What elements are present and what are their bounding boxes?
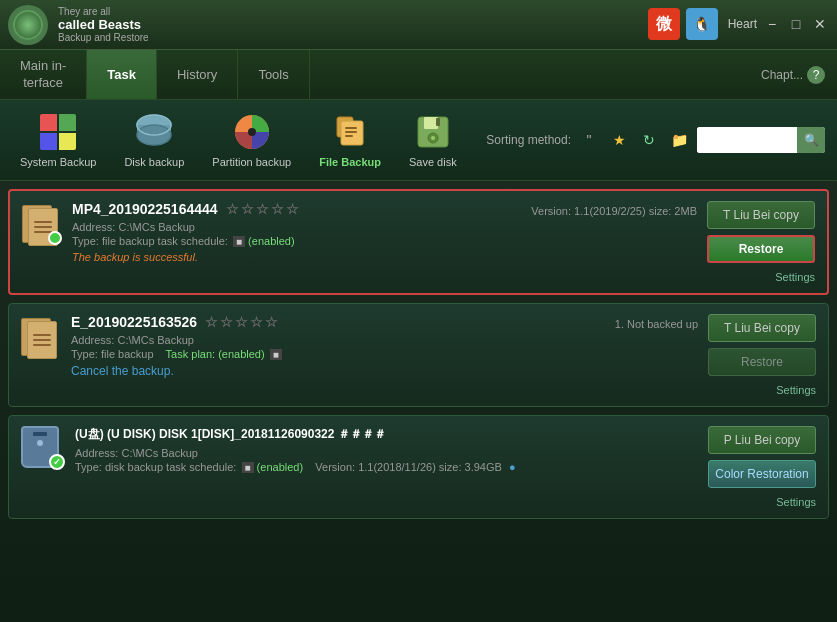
item2-type-row: Type: file backup Task plan: (enabled) ■ [71, 348, 696, 360]
toolbar: System Backup Disk backup Partition back… [0, 100, 837, 181]
svg-point-15 [431, 136, 435, 140]
item2-copy-button[interactable]: T Liu Bei copy [708, 314, 816, 342]
svg-rect-8 [345, 127, 357, 129]
item3-check-overlay: ✓ [49, 454, 65, 470]
maximize-button[interactable]: □ [787, 15, 805, 33]
partition-backup-label: Partition backup [212, 156, 291, 168]
nav-tools-label: Tools [258, 67, 288, 82]
item3-copy-button[interactable]: P Liu Bei copy [708, 426, 816, 454]
item1-status: The backup is successful. [72, 251, 695, 263]
app-logo-inner [13, 10, 43, 40]
app-logo [8, 5, 48, 45]
app-title-block: They are all called Beasts Backup and Re… [58, 6, 149, 43]
star4[interactable]: ☆ [271, 201, 284, 217]
partition-backup-button[interactable]: Partition backup [204, 108, 299, 172]
item2-cancel[interactable]: Cancel the backup. [71, 364, 696, 378]
sort-folder-button[interactable]: 📁 [667, 128, 691, 152]
item2-not-backed: 1. Not backed up [615, 318, 698, 330]
system-backup-button[interactable]: System Backup [12, 108, 104, 172]
system-backup-label: System Backup [20, 156, 96, 168]
heart-label: Heart [728, 17, 757, 31]
partition-backup-icon [232, 112, 272, 152]
nav-chapter-label: Chapt... [761, 68, 803, 82]
i2star4[interactable]: ☆ [250, 314, 263, 330]
item1-version: Version: 1.1(2019/2/25) size: 2MB [531, 205, 697, 217]
sort-label: Sorting method: [486, 133, 571, 147]
sort-refresh-button[interactable]: ↻ [637, 128, 661, 152]
search-input[interactable] [697, 127, 797, 153]
item1-type-row: Type: file backup task schedule: ■ (enab… [72, 235, 695, 247]
item2-name-row: E_20190225163526 ☆ ☆ ☆ ☆ ☆ [71, 314, 696, 330]
item2-icon [21, 318, 61, 358]
nav-history[interactable]: History [157, 50, 238, 99]
titlebar-right: 微 🐧 Heart − □ ✕ [648, 8, 829, 40]
minimize-button[interactable]: − [763, 15, 781, 33]
item2-stars[interactable]: ☆ ☆ ☆ ☆ ☆ [205, 314, 278, 330]
content-area: MP4_20190225164444 ☆ ☆ ☆ ☆ ☆ Address: C:… [0, 181, 837, 622]
item3-actions: P Liu Bei copy Color Restoration Setting… [706, 426, 816, 508]
star3[interactable]: ☆ [256, 201, 269, 217]
item2-settings-link[interactable]: Settings [776, 384, 816, 396]
item1-icon [22, 205, 62, 245]
app-title: called Beasts [58, 17, 149, 32]
item1-address: Address: C:\MCs Backup [72, 221, 695, 233]
item3-settings-link[interactable]: Settings [776, 496, 816, 508]
star1[interactable]: ☆ [226, 201, 239, 217]
i2star2[interactable]: ☆ [220, 314, 233, 330]
search-button[interactable]: 🔍 [797, 127, 825, 153]
svg-rect-9 [345, 131, 357, 133]
item3-name: (U盘) (U DISK) DISK 1[DISK]_2018112609032… [75, 426, 386, 443]
nav-main-interface[interactable]: Main in- terface [0, 50, 87, 99]
item1-stars[interactable]: ☆ ☆ ☆ ☆ ☆ [226, 201, 299, 217]
item1-status-dot [48, 231, 62, 245]
nav-tools[interactable]: Tools [238, 50, 309, 99]
file-backup-button[interactable]: File Backup [311, 108, 389, 172]
app-subtitle: They are all [58, 6, 149, 17]
close-button[interactable]: ✕ [811, 15, 829, 33]
disk-backup-label: Disk backup [124, 156, 184, 168]
item3-address: Address: C:\MCs Backup [75, 447, 696, 459]
help-icon: ? [807, 66, 825, 84]
i2star3[interactable]: ☆ [235, 314, 248, 330]
search-box: 🔍 [697, 127, 825, 153]
system-backup-icon [38, 112, 78, 152]
svg-rect-10 [345, 135, 353, 137]
svg-rect-13 [436, 118, 440, 126]
app-tagline: Backup and Restore [58, 32, 149, 43]
svg-point-5 [248, 128, 256, 136]
navbar: Main in- terface Task History Tools Chap… [0, 50, 837, 100]
save-disk-button[interactable]: Save disk [401, 108, 465, 172]
item1-name: MP4_20190225164444 [72, 201, 218, 217]
save-disk-label: Save disk [409, 156, 457, 168]
item1-settings-link[interactable]: Settings [775, 271, 815, 283]
i2star1[interactable]: ☆ [205, 314, 218, 330]
weibo-icon[interactable]: 微 [648, 8, 680, 40]
star5[interactable]: ☆ [286, 201, 299, 217]
sort-quote-button[interactable]: " [577, 128, 601, 152]
item2-info: E_20190225163526 ☆ ☆ ☆ ☆ ☆ Address: C:\M… [71, 314, 696, 378]
svg-rect-12 [424, 117, 438, 129]
item1-restore-button[interactable]: Restore [707, 235, 815, 263]
backup-item-3: ✓ (U盘) (U DISK) DISK 1[DISK]_20181126090… [8, 415, 829, 519]
item2-address: Address: C:\MCs Backup [71, 334, 696, 346]
item3-type-row: Type: disk backup task schedule: ■ (enab… [75, 461, 696, 473]
item2-name: E_20190225163526 [71, 314, 197, 330]
disk-backup-button[interactable]: Disk backup [116, 108, 192, 172]
nav-chapter[interactable]: Chapt... ? [749, 50, 837, 99]
i2star5[interactable]: ☆ [265, 314, 278, 330]
item1-copy-button[interactable]: T Liu Bei copy [707, 201, 815, 229]
item3-name-row: (U盘) (U DISK) DISK 1[DISK]_2018112609032… [75, 426, 696, 443]
nav-task[interactable]: Task [87, 50, 157, 99]
titlebar: They are all called Beasts Backup and Re… [0, 0, 837, 50]
item2-actions: T Liu Bei copy Restore Settings [706, 314, 816, 396]
sort-star-button[interactable]: ★ [607, 128, 631, 152]
item3-info: (U盘) (U DISK) DISK 1[DISK]_2018112609032… [75, 426, 696, 475]
qq-icon[interactable]: 🐧 [686, 8, 718, 40]
item3-color-restore-button[interactable]: Color Restoration [708, 460, 816, 488]
nav-task-label: Task [107, 67, 136, 82]
disk-backup-icon [134, 112, 174, 152]
item2-restore-button[interactable]: Restore [708, 348, 816, 376]
star2[interactable]: ☆ [241, 201, 254, 217]
nav-history-label: History [177, 67, 217, 82]
file-backup-label: File Backup [319, 156, 381, 168]
